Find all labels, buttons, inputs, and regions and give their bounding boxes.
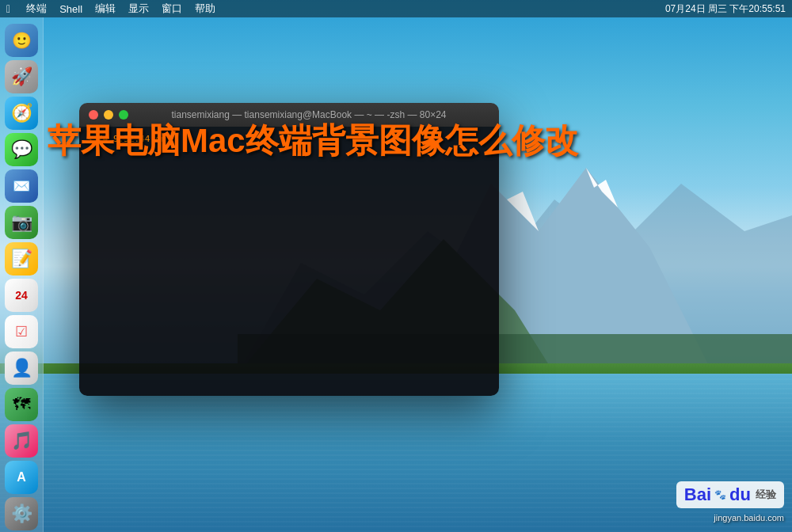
baidu-logo-container: Bai 🐾 du 经验	[676, 481, 784, 508]
dock-icon-reminders[interactable]: ☑	[5, 315, 38, 348]
dock-icon-messages[interactable]: 💬	[5, 133, 38, 166]
baidu-url: jingyan.baidu.com	[714, 510, 784, 524]
traffic-lights	[89, 110, 128, 120]
menubar-terminal[interactable]: 终端	[26, 2, 47, 16]
terminal-title-text: tiansemixiang — tiansemixiang@MacBook — …	[128, 109, 489, 120]
maximize-button[interactable]	[119, 110, 128, 120]
minimize-button[interactable]	[104, 110, 113, 120]
menubar-time: 07月24日 周三 下午20:55:51	[665, 2, 786, 16]
dock-icon-finder[interactable]: 🙂	[5, 24, 38, 57]
menubar:  终端 Shell 编辑 显示 窗口 帮助 07月24日 周三 下午20:55…	[0, 0, 792, 17]
calendar-icon: 24	[15, 289, 28, 302]
baidu-logo-text2: du	[729, 484, 751, 505]
dock: 🙂 🚀 🧭 💬 ✉️ 📷 📝 24 ☑ 👤 🗺 🎵 A ⚙️ V 📱	[0, 17, 44, 532]
appstore-icon: A	[17, 470, 26, 484]
dock-icon-music[interactable]: 🎵	[5, 424, 38, 458]
maps-icon: 🗺	[13, 394, 30, 415]
menubar-window[interactable]: 窗口	[162, 2, 182, 16]
menubar-shell[interactable]: Shell	[59, 3, 82, 15]
dock-icon-notes[interactable]: 📝	[5, 242, 38, 276]
reminders-icon: ☑	[15, 323, 28, 340]
water-reflection	[0, 374, 792, 532]
dock-icon-launchpad[interactable]: 🚀	[5, 60, 38, 93]
menubar-left:  终端 Shell 编辑 显示 窗口 帮助	[6, 2, 215, 16]
mail-icon: ✉️	[13, 177, 30, 195]
launchpad-icon: 🚀	[11, 66, 32, 87]
dock-icon-maps[interactable]: 🗺	[5, 388, 38, 421]
baidu-url-text: jingyan.baidu.com	[714, 513, 784, 522]
baidu-paw-icon: 🐾	[714, 489, 726, 500]
dock-icon-facetime[interactable]: 📷	[5, 206, 38, 239]
menubar-right: 07月24日 周三 下午20:55:51	[665, 2, 786, 16]
safari-icon: 🧭	[11, 103, 32, 124]
baidu-logo-text: Bai	[684, 484, 711, 505]
dock-icon-safari[interactable]: 🧭	[5, 97, 38, 130]
contacts-icon: 👤	[11, 358, 32, 378]
dock-icon-calendar[interactable]: 24	[5, 279, 38, 312]
dock-icon-mail[interactable]: ✉️	[5, 169, 38, 203]
baidu-watermark: Bai 🐾 du 经验 jingyan.baidu.com	[676, 481, 784, 524]
facetime-icon: 📷	[11, 212, 32, 233]
notes-icon: 📝	[11, 249, 32, 269]
menubar-edit[interactable]: 编辑	[95, 2, 116, 16]
dock-icon-contacts[interactable]: 👤	[5, 352, 38, 385]
water-layer	[0, 374, 792, 532]
overlay-title: 苹果电脑Mac终端背景图像怎么修改	[48, 123, 578, 159]
dock-icon-appstore[interactable]: A	[5, 461, 38, 494]
dock-icon-systemprefs[interactable]: ⚙️	[5, 497, 38, 530]
terminal-body[interactable]: s 74 9:52:44 on	[79, 127, 499, 396]
finder-icon: 🙂	[12, 31, 32, 50]
menubar-help[interactable]: 帮助	[195, 2, 215, 16]
music-icon: 🎵	[11, 431, 32, 451]
messages-icon: 💬	[11, 139, 32, 160]
apple-menu[interactable]: 	[6, 2, 10, 15]
systemprefs-icon: ⚙️	[11, 504, 32, 524]
baidu-jingyan: 经验	[756, 488, 776, 502]
close-button[interactable]	[89, 110, 98, 120]
menubar-view[interactable]: 显示	[128, 2, 149, 16]
